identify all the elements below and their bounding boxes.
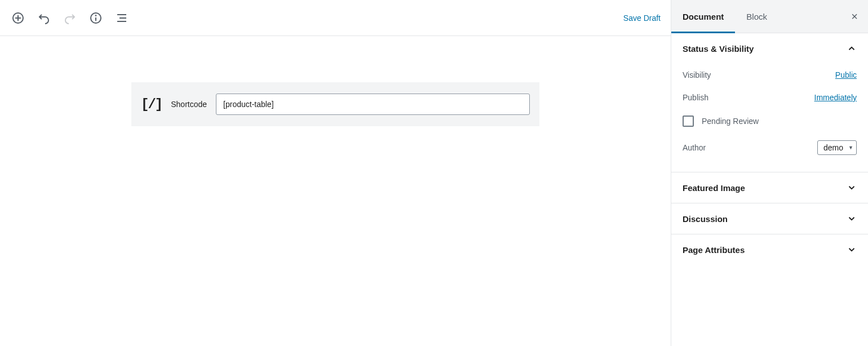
visibility-label: Visibility — [683, 70, 711, 79]
author-select[interactable]: demo — [817, 140, 857, 155]
chevron-up-icon — [847, 43, 857, 54]
svg-point-5 — [96, 15, 96, 16]
panel-title: Status & Visibility — [683, 44, 754, 54]
outline-icon[interactable] — [114, 10, 130, 26]
publish-value-link[interactable]: Immediately — [814, 93, 857, 102]
redo-icon — [62, 10, 78, 26]
pending-review-row: Pending Review — [683, 109, 857, 134]
panel-title: Discussion — [683, 214, 728, 224]
panel-toggle-status[interactable]: Status & Visibility — [671, 33, 868, 64]
chevron-down-icon — [847, 214, 857, 224]
panel-discussion: Discussion — [671, 203, 868, 234]
shortcode-input[interactable] — [216, 94, 530, 115]
panel-featured-image: Featured Image — [671, 172, 868, 203]
author-row: Author demo — [683, 134, 857, 162]
panel-title: Page Attributes — [683, 245, 745, 255]
chevron-down-icon — [847, 245, 857, 255]
shortcode-icon: [/] — [141, 97, 162, 112]
pending-review-label: Pending Review — [702, 117, 759, 126]
panel-status-visibility: Status & Visibility Visibility Public Pu… — [671, 33, 868, 172]
publish-label: Publish — [683, 93, 708, 102]
pending-review-checkbox[interactable] — [683, 116, 694, 127]
panel-toggle-featured-image[interactable]: Featured Image — [671, 172, 868, 203]
author-select-wrap: demo — [817, 140, 857, 155]
shortcode-label: Shortcode — [171, 100, 207, 109]
panel-toggle-discussion[interactable]: Discussion — [671, 203, 868, 234]
panel-title: Featured Image — [683, 183, 745, 193]
toolbar-left — [10, 10, 623, 26]
undo-icon[interactable] — [36, 10, 52, 26]
save-draft-button[interactable]: Save Draft — [623, 14, 661, 23]
shortcode-block[interactable]: [/] Shortcode — [131, 82, 539, 126]
panel-page-attributes: Page Attributes — [671, 234, 868, 265]
publish-row: Publish Immediately — [683, 86, 857, 109]
info-icon[interactable] — [88, 10, 104, 26]
tab-block[interactable]: Block — [735, 0, 778, 33]
panel-toggle-page-attributes[interactable]: Page Attributes — [671, 234, 868, 265]
visibility-value-link[interactable]: Public — [835, 70, 857, 79]
tab-document[interactable]: Document — [671, 0, 735, 33]
chevron-down-icon — [847, 183, 857, 193]
sidebar-tabs: Document Block × — [671, 0, 868, 33]
settings-sidebar: Document Block × Status & Visibility Vis… — [671, 0, 868, 346]
add-block-icon[interactable] — [10, 10, 26, 26]
toolbar-right: Save Draft — [623, 14, 661, 23]
panel-body-status: Visibility Public Publish Immediately Pe… — [671, 64, 868, 172]
editor-canvas: [/] Shortcode — [0, 36, 671, 346]
visibility-row: Visibility Public — [683, 64, 857, 86]
close-icon[interactable]: × — [841, 10, 868, 23]
author-label: Author — [683, 143, 706, 152]
